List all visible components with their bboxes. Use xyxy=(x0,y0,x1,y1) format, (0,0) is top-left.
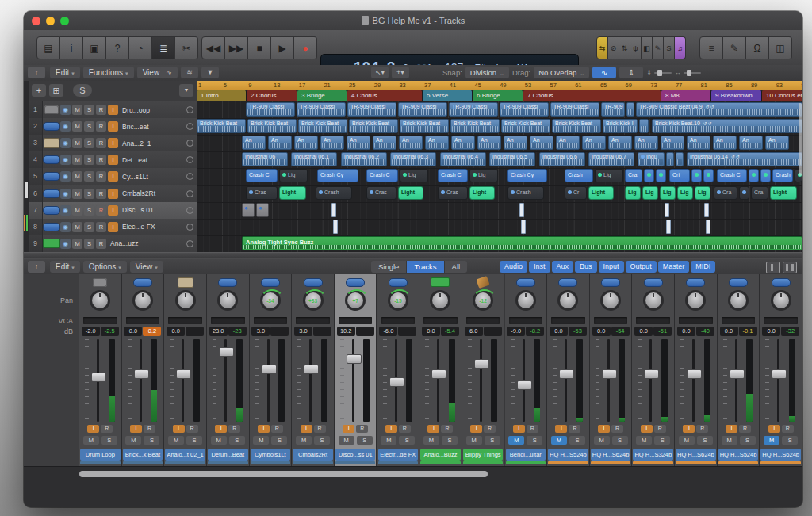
track-record-button[interactable]: R xyxy=(96,239,106,249)
vca-slot[interactable] xyxy=(339,317,373,324)
pan-knob[interactable] xyxy=(430,290,450,311)
track-s-button[interactable]: S xyxy=(84,155,94,165)
region[interactable]: An xyxy=(765,136,789,150)
mixer-filter-tab-midi[interactable]: MIDI xyxy=(691,261,715,273)
track-m-button[interactable]: M xyxy=(72,205,82,216)
fader-handle[interactable] xyxy=(262,365,277,374)
strip-name[interactable]: HQ H...S524b xyxy=(718,449,759,461)
mute-button[interactable]: M xyxy=(594,436,610,445)
peak-value[interactable]: -0.1 xyxy=(739,327,757,336)
fader-handle[interactable] xyxy=(176,369,191,379)
metronome-button[interactable]: ♫ xyxy=(675,36,686,59)
mixer-filter-tab-master[interactable]: Master xyxy=(658,261,690,273)
mute-button[interactable]: M xyxy=(339,436,354,445)
track-input-monitor-button[interactable]: I xyxy=(108,121,118,132)
track-m-button[interactable]: M xyxy=(72,138,82,148)
pan-knob[interactable] xyxy=(515,290,536,311)
track-lane[interactable]: Industrial 06Industrial 06.1Industrial 0… xyxy=(197,151,802,169)
track-s-button[interactable]: S xyxy=(84,189,94,199)
mute-button[interactable]: M xyxy=(83,436,99,445)
track-input-monitor-button[interactable]: I xyxy=(108,155,118,165)
peak-value[interactable]: -54 xyxy=(611,327,630,336)
peak-value[interactable]: -53 xyxy=(569,327,587,336)
arrangement-marker[interactable]: 3 Bridge xyxy=(297,90,347,101)
fader-handle[interactable] xyxy=(687,369,702,379)
region[interactable]: Industrial 06.7 xyxy=(588,152,634,166)
region[interactable] xyxy=(666,152,674,166)
note-pads-button[interactable]: ✎ xyxy=(723,36,746,59)
strip-name[interactable]: Blippy Things xyxy=(463,449,504,461)
record-enable-button[interactable]: R xyxy=(441,425,453,433)
volume-value[interactable]: 0.0 xyxy=(550,327,568,336)
solo-button[interactable]: S xyxy=(186,436,202,445)
solo-button[interactable]: S xyxy=(357,436,373,445)
vca-slot[interactable] xyxy=(296,317,330,324)
drag-dropdown[interactable]: No Overlap⌄ xyxy=(534,67,589,78)
track-on-button[interactable]: ◉ xyxy=(60,121,71,132)
tracks-canvas[interactable]: 1591317212529333741454953576165697377818… xyxy=(197,81,802,252)
track-s-button[interactable]: S xyxy=(84,205,94,216)
track-s-button[interactable]: S xyxy=(84,138,94,148)
region[interactable]: Brick Kick Beat xyxy=(400,119,449,133)
mute-button[interactable]: M xyxy=(423,436,439,445)
region[interactable]: An xyxy=(504,136,527,150)
fader-handle[interactable] xyxy=(431,369,446,379)
tracks-menu-functions[interactable]: Functions▾ xyxy=(83,67,134,78)
tracks-vertical-scrollbar[interactable] xyxy=(799,103,802,176)
record-enable-button[interactable]: R xyxy=(654,425,666,433)
peak-value[interactable]: -51 xyxy=(653,327,672,336)
peak-value[interactable] xyxy=(186,327,204,336)
vca-slot[interactable] xyxy=(509,317,543,324)
volume-value[interactable]: 0.0 xyxy=(720,327,738,336)
track-record-button[interactable]: R xyxy=(96,205,106,216)
add-track-button[interactable]: + xyxy=(32,84,46,97)
mute-button[interactable]: M xyxy=(381,436,396,445)
fader-handle[interactable] xyxy=(389,377,404,387)
fader-handle[interactable] xyxy=(347,354,362,364)
inspector-button[interactable]: i xyxy=(60,36,83,59)
solo-button[interactable]: S xyxy=(612,436,628,445)
mute-button[interactable]: M xyxy=(253,436,269,445)
solo-button[interactable]: S xyxy=(697,436,713,445)
region[interactable]: Industrial 06.6 xyxy=(539,152,585,166)
region[interactable]: An xyxy=(268,136,292,150)
region[interactable]: An xyxy=(451,136,475,150)
region[interactable]: Industrial 06.14↺↺ xyxy=(687,152,802,166)
track-header[interactable]: 6◉MSRICmbals2Rt xyxy=(29,185,197,203)
strip-name[interactable]: Electr...de FX xyxy=(378,449,419,461)
region[interactable]: TR-909 Classic Beat 04.9↺↺ xyxy=(636,102,802,117)
region[interactable]: Cr xyxy=(565,186,587,200)
pan-knob[interactable] xyxy=(600,290,621,311)
secondary-tool-menu[interactable]: +▾ xyxy=(392,67,409,78)
track-s-button[interactable]: S xyxy=(84,239,94,249)
region[interactable]: An xyxy=(320,136,344,150)
arrangement-marker[interactable]: 6 Bridge xyxy=(473,90,523,101)
channel-strip[interactable]: +333.0IRMSCmbals2Rt xyxy=(292,274,335,466)
cycle-button[interactable]: ⇆ xyxy=(596,36,608,59)
track-on-button[interactable]: ◉ xyxy=(60,189,71,199)
channel-strip[interactable]: 0.0-5.4IRMSAnalo...Buzz xyxy=(419,274,462,466)
track-m-button[interactable]: M xyxy=(72,189,82,199)
track-lane[interactable]: Crash CLigCrash CyCrash CLigCrash CLigCr… xyxy=(197,168,802,185)
vca-slot[interactable] xyxy=(594,317,628,324)
peak-value[interactable]: -8.2 xyxy=(526,327,544,336)
vca-slot[interactable] xyxy=(679,317,713,324)
record-enable-button[interactable]: R xyxy=(696,425,708,433)
track-lanes[interactable]: TR-909 ClassiTR-909 ClassiTR-909 ClassiT… xyxy=(197,101,802,252)
track-on-button[interactable]: ◉ xyxy=(60,171,71,182)
volume-value[interactable]: 0.0 xyxy=(634,327,653,336)
track-input-monitor-button[interactable]: I xyxy=(108,222,118,232)
volume-value[interactable]: -2.0 xyxy=(82,327,100,336)
track-s-button[interactable]: S xyxy=(84,222,94,232)
region[interactable]: Brick Kick Beat xyxy=(298,119,347,133)
mixer-menu-options[interactable]: Options▾ xyxy=(83,261,127,273)
mixer-menu-view[interactable]: View▾ xyxy=(130,261,163,273)
region[interactable]: Brick Kick Beat xyxy=(349,119,398,133)
pan-knob[interactable]: -15 xyxy=(388,290,408,311)
channel-strip[interactable]: 0.0IRMSAnalo...t 02_1 xyxy=(164,274,207,466)
channel-strip[interactable]: 0.0-40IRMSHQ H...S624b xyxy=(675,274,718,466)
pan-knob[interactable] xyxy=(771,290,791,311)
region[interactable] xyxy=(665,203,669,217)
mixer-back-button[interactable]: ↑ xyxy=(28,261,45,273)
volume-value[interactable]: 3.0 xyxy=(294,327,312,336)
